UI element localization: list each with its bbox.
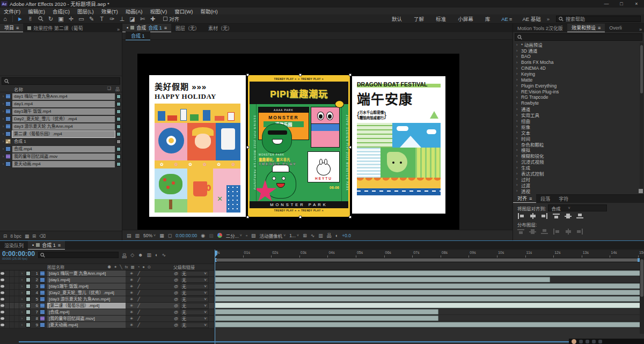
grid-guides-icon[interactable]: ▦ [159,233,164,238]
distribute-left-icon[interactable] [553,229,560,235]
effect-category-row[interactable]: › Plugin Everything [513,83,644,89]
effects-scrollbar[interactable] [640,43,643,193]
label-chip[interactable] [116,162,121,166]
twirl-icon[interactable]: › [1,94,5,98]
solo-icon[interactable] [10,283,14,289]
audio-icon[interactable] [5,316,10,321]
layer-label-chip[interactable] [26,323,31,327]
tab-overlord[interactable]: Overli [605,24,626,32]
workspace-menu-icon[interactable]: ≡ [509,16,517,22]
layer-quality-icon[interactable]: ✳ [130,271,133,276]
selection-handle[interactable] [246,146,249,149]
layer-label-chip[interactable] [26,284,31,289]
layer-name[interactable]: [day1.mp4] [47,277,126,283]
twirl-icon[interactable]: › [516,101,521,105]
project-item[interactable]: › 我的童年回忆阔盗.mov [1,153,121,160]
tab-project[interactable]: 项目 ≡ [0,24,23,32]
layer-duration-bar[interactable] [215,309,438,314]
delete-icon[interactable]: ⌫ [39,233,46,239]
close-button[interactable]: × [629,0,644,8]
work-area-bar[interactable] [215,258,644,262]
twirl-icon[interactable]: › [19,272,25,275]
workspace-ae[interactable]: AE [496,16,509,22]
distribute-bottom-icon[interactable] [541,229,548,235]
twirl-icon[interactable]: › [1,162,5,166]
layer-name[interactable]: [夏天动画.mp4] [47,322,126,328]
tab-overflow-icon[interactable]: » [115,27,122,32]
solo-icon[interactable] [10,316,14,321]
panel-menu-icon[interactable]: ≡ [16,25,19,31]
project-item-name[interactable]: day1.mp4 [12,101,115,107]
time-ruler[interactable]: 0s01s02s03s04s05s06s07s08s09s10s11s12s13… [215,250,644,258]
tab-layer[interactable]: 图层（无） [171,24,204,32]
parent-pickwhip-icon[interactable]: @ [174,316,178,321]
align-right-icon[interactable] [541,213,548,219]
parent-dropdown[interactable]: 无 ˅ [180,323,209,328]
twirl-icon[interactable]: › [19,304,25,308]
column-parent-link[interactable]: 父级和链接 [158,264,210,270]
playhead-line[interactable] [215,250,215,344]
twirl-icon[interactable]: › [19,310,25,314]
lock-icon[interactable] [14,277,19,283]
menu-item[interactable]: 效果(T) [98,8,122,15]
lock-icon[interactable] [14,283,19,289]
camera-dropdown[interactable]: 活动摄像机 [260,232,286,239]
tab-character[interactable]: 字符 [554,194,573,203]
align-top-icon[interactable] [553,213,560,219]
label-column-icon[interactable]: ❏ [107,86,111,92]
layer-fx-icon[interactable]: ╱ [137,297,140,302]
selection-handle[interactable] [349,74,352,76]
panel-menu-icon[interactable]: ≡ [164,25,167,31]
twirl-icon[interactable]: › [516,177,521,181]
twirl-icon[interactable]: › [19,317,25,320]
lock-icon[interactable] [14,316,19,321]
twirl-icon[interactable]: › [516,55,521,58]
menu-item[interactable]: 视图(V) [146,8,171,15]
effects-search-box[interactable] [515,33,642,41]
eye-icon[interactable] [0,277,5,283]
label-chip[interactable] [116,155,121,159]
effect-category-row[interactable]: › 杂色和颗粒 [513,141,644,147]
twirl-icon[interactable]: › [1,140,5,143]
layer-track-row[interactable] [215,296,644,302]
layer-row[interactable]: › 2 [day1.mp4] ✳ ╱ @ [0,277,214,283]
menu-item[interactable]: 动画(A) [122,8,147,15]
project-item[interactable]: › day1 嗨玩一夏九鱼Ann.mp4 [1,93,121,100]
selection-handle[interactable] [349,146,352,149]
pixel-aspect-icon[interactable]: ⊞ [303,233,307,238]
effect-category-row[interactable]: › Keying [513,71,644,77]
layer-row[interactable]: › 8 [我的童年回忆阔盗.mov] ✳ ╱ @ [0,316,214,322]
solo-icon[interactable] [10,270,14,276]
layer-label-chip[interactable] [26,310,31,314]
lock-icon[interactable] [14,290,19,296]
twirl-icon[interactable]: › [516,189,521,193]
layer-quality-icon[interactable]: ✳ [130,297,133,302]
layer-row[interactable]: › 5 [day3 游乐夏天轮 九鱼Ann.mp4] ✳ ╱ @ [0,296,214,303]
label-chip[interactable] [116,94,121,99]
eye-icon[interactable] [0,296,5,302]
label-chip[interactable] [116,132,121,136]
align-left-icon[interactable] [517,213,524,219]
layer-row[interactable]: › 6 [第二课（葡萄乐园）.mp4] ✳ ╱ @ [0,303,214,309]
twirl-icon[interactable]: › [516,61,521,64]
layer-fx-icon[interactable]: ╱ [137,323,140,327]
effect-category-row[interactable]: › 过渡 [513,182,644,188]
align-bottom-icon[interactable] [576,213,583,219]
label-chip[interactable] [116,102,121,106]
parent-pickwhip-icon[interactable]: @ [174,271,178,276]
effect-category-row[interactable]: › 模糊和锐化 [513,153,644,159]
project-item[interactable]: › 夏天动画.mp4 [1,160,121,167]
parent-dropdown[interactable]: 无 ˅ [180,297,209,302]
effect-category-row[interactable]: › 沉浸式视频 [513,159,644,165]
solo-icon[interactable] [10,296,14,302]
audio-icon[interactable] [5,277,10,283]
parent-pickwhip-icon[interactable]: @ [174,297,178,302]
parent-pickwhip-icon[interactable]: @ [174,323,178,327]
layer-quality-icon[interactable]: ✳ [130,316,133,321]
layer-name[interactable]: [day1 嗨玩一夏 九鱼Ann.mp4] [47,270,126,276]
draft-3d-icon[interactable]: ◇ [130,252,134,259]
twirl-icon[interactable]: › [516,154,521,158]
effect-category-row[interactable]: › Rowbyte [513,100,644,106]
layer-fx-icon[interactable]: ╱ [137,310,140,314]
timeline-search-box[interactable] [38,252,119,258]
